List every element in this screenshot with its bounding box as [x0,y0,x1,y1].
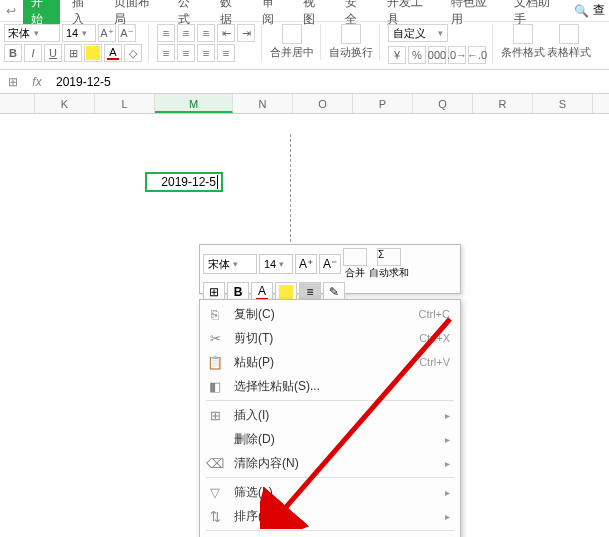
copy-icon: ⎘ [206,307,224,322]
menu-sort[interactable]: ⇅排序(U)▸ [200,504,460,528]
indent-inc-icon[interactable]: ⇥ [237,24,255,42]
formula-input[interactable] [52,73,605,91]
italic-button[interactable]: I [24,44,42,62]
menu-cut[interactable]: ✂剪切(T)Ctrl+X [200,326,460,350]
mini-merge-label: 合并 [345,266,365,280]
menu-delete[interactable]: 删除(D)▸ [200,427,460,451]
col-header-s[interactable]: S [533,94,593,113]
menu-insert-comment[interactable]: ✎插入批注(M)...Shift+F2 [200,533,460,537]
menu-copy[interactable]: ⎘复制(C)Ctrl+C [200,302,460,326]
align-center-icon[interactable]: ≡ [177,44,195,62]
font-group: 宋体▾ 14▾ A⁺ A⁻ B I U ⊞ A ◇ [4,24,149,62]
comma-icon[interactable]: 000 [428,46,446,64]
merge-label: 合并居中 [270,45,314,60]
mini-autosum-button[interactable]: Σ 自动求和 [369,248,409,280]
wrap-group: 自动换行 [329,24,380,60]
table-style-label: 表格样式 [547,45,591,60]
menu-filter[interactable]: ▽筛选(L)▸ [200,480,460,504]
merge-button[interactable]: 合并居中 [270,24,314,60]
align-group: ≡ ≡ ≡ ⇤ ⇥ ≡ ≡ ≡ ≡ [157,24,262,62]
col-header-o[interactable]: O [293,94,353,113]
wrap-icon [341,24,361,44]
menu-clear[interactable]: ⌫清除内容(N)▸ [200,451,460,475]
submenu-arrow-icon: ▸ [445,434,450,445]
insert-icon: ⊞ [206,408,224,423]
font-color-button[interactable]: A [104,44,122,62]
submenu-arrow-icon: ▸ [445,410,450,421]
merge-icon [282,24,302,44]
align-top-icon[interactable]: ≡ [157,24,175,42]
col-header-k[interactable]: K [35,94,95,113]
cell-grid[interactable]: 2019-12-5 宋体▾ 14▾ A⁺ A⁻ 合并 Σ 自动求和 ⊞ B [0,114,609,537]
active-cell[interactable]: 2019-12-5 [145,172,223,192]
menu-paste-special[interactable]: ◧选择性粘贴(S)... [200,374,460,398]
submenu-arrow-icon: ▸ [445,511,450,522]
cond-format-button[interactable]: 条件格式 [501,24,545,60]
submenu-arrow-icon: ▸ [445,458,450,469]
filter-icon: ▽ [206,485,224,500]
mini-font-name[interactable]: 宋体▾ [203,254,257,274]
style-group: 条件格式 表格样式 [501,24,597,60]
search-icon[interactable]: 🔍 [574,3,589,19]
align-right-icon[interactable]: ≡ [197,44,215,62]
menu-separator [206,530,454,531]
indent-dec-icon[interactable]: ⇤ [217,24,235,42]
menu-separator [206,400,454,401]
merge-wrap-group: 合并居中 [270,24,321,60]
mini-font-size[interactable]: 14▾ [259,254,293,274]
fx-icon[interactable]: fx [28,73,46,91]
menu-insert[interactable]: ⊞插入(I)▸ [200,403,460,427]
mini-merge-icon [343,248,367,266]
wrap-button[interactable]: 自动换行 [329,24,373,60]
cond-format-label: 条件格式 [501,45,545,60]
mini-inc-font-icon[interactable]: A⁺ [295,254,317,274]
mini-autosum-icon: Σ [377,248,401,266]
decrease-font-icon[interactable]: A⁻ [118,24,136,42]
currency-icon[interactable]: ¥ [388,46,406,64]
ribbon: 宋体▾ 14▾ A⁺ A⁻ B I U ⊞ A ◇ ≡ ≡ ≡ ⇤ ⇥ ≡ ≡ … [0,22,609,70]
col-header-q[interactable]: Q [413,94,473,113]
number-format-select[interactable]: 自定义▾ [388,24,448,42]
cell-name-icon[interactable]: ⊞ [4,73,22,91]
cell-value: 2019-12-5 [161,175,218,189]
clear-icon: ⌫ [206,456,224,471]
col-header-m[interactable]: M [155,94,233,113]
menu-separator [206,477,454,478]
menu-bar: ↩ 开始 插入 页面布局 公式 数据 审阅 视图 安全 开发工具 特色应用 文档… [0,0,609,22]
increase-font-icon[interactable]: A⁺ [98,24,116,42]
col-header-r[interactable]: R [473,94,533,113]
mini-dec-font-icon[interactable]: A⁻ [319,254,341,274]
col-header-blank[interactable] [0,94,35,113]
distribute-icon[interactable]: ≡ [217,44,235,62]
number-group: 自定义▾ ¥ % 000 .0→ ←.0 [388,24,493,64]
table-style-button[interactable]: 表格样式 [547,24,591,60]
context-menu: ⎘复制(C)Ctrl+C ✂剪切(T)Ctrl+X 📋粘贴(P)Ctrl+V ◧… [199,299,461,537]
search-label: 查 [593,2,605,19]
table-style-icon [559,24,579,44]
dec-decimal-icon[interactable]: ←.0 [468,46,486,64]
col-header-p[interactable]: P [353,94,413,113]
fill-color-button[interactable] [84,44,102,62]
formula-bar: ⊞ fx [0,70,609,94]
underline-button[interactable]: U [44,44,62,62]
inc-decimal-icon[interactable]: .0→ [448,46,466,64]
col-header-l[interactable]: L [95,94,155,113]
clear-format-button[interactable]: ◇ [124,44,142,62]
col-header-n[interactable]: N [233,94,293,113]
align-middle-icon[interactable]: ≡ [177,24,195,42]
bold-button[interactable]: B [4,44,22,62]
align-bottom-icon[interactable]: ≡ [197,24,215,42]
percent-icon[interactable]: % [408,46,426,64]
border-button[interactable]: ⊞ [64,44,82,62]
align-left-icon[interactable]: ≡ [157,44,175,62]
menu-paste[interactable]: 📋粘贴(P)Ctrl+V [200,350,460,374]
back-icon[interactable]: ↩ [4,3,19,19]
font-size-select[interactable]: 14▾ [62,24,96,42]
cond-format-icon [513,24,533,44]
sort-icon: ⇅ [206,509,224,524]
font-name-select[interactable]: 宋体▾ [4,24,60,42]
mini-merge-button[interactable]: 合并 [343,248,367,280]
cut-icon: ✂ [206,331,224,346]
paste-special-icon: ◧ [206,379,224,394]
wrap-label: 自动换行 [329,45,373,60]
